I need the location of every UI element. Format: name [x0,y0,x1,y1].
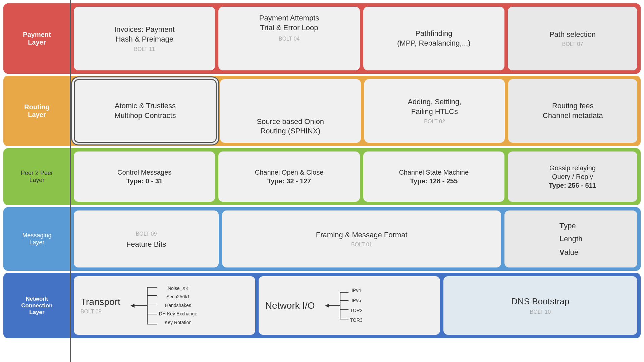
atomic-card: Atomic & TrustlessMultihop Contracts [74,79,217,143]
onion-routing-card: Source based OnionRouting (SPHINX) [220,79,361,143]
htlcs-subtitle: BOLT 02 [424,119,445,125]
dns-bootstrap-title: DNS Bootstrap [511,296,569,307]
transport-title: Transport [80,297,120,307]
feature-bits-bolt: BOLT 09 [136,231,157,237]
onion-routing-title: Source based OnionRouting (SPHINX) [257,117,324,136]
payment-attempts-title: Payment AttemptsTrial & Error Loop [259,13,319,33]
invoices-title: Invoices: Payment Hash & Preimage [114,25,175,44]
p2p-layer: Peer 2 PeerLayer Control Messages Type: … [3,148,641,205]
network-layer: NetworkConnectionLayer Transport BOLT 08 [3,273,641,338]
transport-card: Transport BOLT 08 [74,276,255,335]
gossip-card: Gossip relayingQuery / Reply Type: 256 -… [508,152,637,202]
state-machine-type: Type: 128 - 255 [410,177,458,185]
state-machine-card: Channel State Machine Type: 128 - 255 [363,152,504,202]
messaging-layer: MessagingLayer BOLT 09 Feature Bits Fram… [3,207,641,271]
gossip-type: Type: 256 - 511 [549,181,596,190]
path-selection-subtitle: BOLT 07 [562,41,583,47]
state-machine-title: Channel State Machine [399,168,469,177]
framing-subtitle: BOLT 01 [351,242,372,248]
network-io-title: Network I/O [265,300,315,311]
network-io-branch-labels: IPv4 IPv6 TOR2 TOR3 [350,287,363,323]
p2p-layer-label: Peer 2 PeerLayer [3,148,70,205]
path-selection-card: Path selection BOLT 07 [508,7,637,70]
payment-layer: Payment Layer Invoices: Payment Hash & P… [3,3,641,74]
framing-title: Framing & Message Format [316,230,408,240]
control-messages-title: Control Messages [117,168,171,177]
network-layer-label: NetworkConnectionLayer [3,273,70,338]
control-messages-type: Type: 0 - 31 [126,177,163,185]
network-io-card: Network I/O [259,276,440,335]
routing-layer-content: Atomic & TrustlessMultihop Contracts Sou… [70,76,641,146]
transport-branch-labels: Noise_XK Secp256k1 Handshakes DH Key Exc… [159,285,197,326]
feature-bits-card: BOLT 09 Feature Bits [74,210,219,267]
payment-layer-content: Invoices: Payment Hash & Preimage BOLT 1… [70,3,641,74]
layers-wrapper: Payment Layer Invoices: Payment Hash & P… [3,3,641,359]
htlcs-title: Adding, Settling,Failing HTLCs [408,97,461,116]
invoices-card: Invoices: Payment Hash & Preimage BOLT 1… [74,7,215,70]
tlv-title: Type Length Value [559,219,583,259]
gossip-title: Gossip relayingQuery / Reply [549,164,596,181]
routing-fees-title: Routing feesChannel metadata [543,101,603,120]
messaging-layer-label: MessagingLayer [3,207,70,271]
channel-open-card: Channel Open & Close Type: 32 - 127 [218,152,360,202]
payment-attempts-subtitle: BOLT 04 [279,36,300,42]
network-layer-content: Transport BOLT 08 [70,273,641,338]
svg-marker-7 [130,304,135,308]
tlv-card: Type Length Value [504,210,637,267]
p2p-layer-content: Control Messages Type: 0 - 31 Channel Op… [70,148,641,205]
payment-attempts-card: Payment AttemptsTrial & Error Loop BOLT … [218,7,360,70]
htlcs-card: Adding, Settling,Failing HTLCs BOLT 02 [364,79,505,143]
channel-open-title: Channel Open & Close [255,168,324,177]
pathfinding-card: Pathfinding(MPP, Rebalancing,...) [363,7,504,70]
feature-bits-title: Feature Bits [126,240,166,249]
network-io-arrow: IPv4 IPv6 TOR2 TOR3 [322,287,363,323]
atomic-title: Atomic & TrustlessMultihop Contracts [114,101,176,120]
routing-fees-card: Routing feesChannel metadata [508,79,637,143]
dns-bootstrap-subtitle: BOLT 10 [530,309,551,315]
channel-open-type: Type: 32 - 127 [267,177,311,185]
vertical-divider [70,0,71,362]
invoices-subtitle: BOLT 11 [134,46,155,52]
dns-bootstrap-card: DNS Bootstrap BOLT 10 [443,276,637,335]
control-messages-card: Control Messages Type: 0 - 31 [74,152,215,202]
transport-arrow: Noise_XK Secp256k1 Handshakes DH Key Exc… [127,284,197,327]
routing-layer-label: RoutingLayer [3,76,70,146]
routing-layer: RoutingLayer Atomic & TrustlessMultihop … [3,76,641,146]
pathfinding-title: Pathfinding(MPP, Rebalancing,...) [397,29,470,48]
transport-subtitle: BOLT 08 [80,309,102,315]
svg-marker-14 [325,304,329,308]
framing-card: Framing & Message Format BOLT 01 [222,210,501,267]
messaging-layer-content: BOLT 09 Feature Bits Framing & Message F… [70,207,641,271]
path-selection-title: Path selection [549,30,596,40]
main-container: Payment Layer Invoices: Payment Hash & P… [0,0,644,362]
payment-layer-label: Payment Layer [3,3,70,74]
